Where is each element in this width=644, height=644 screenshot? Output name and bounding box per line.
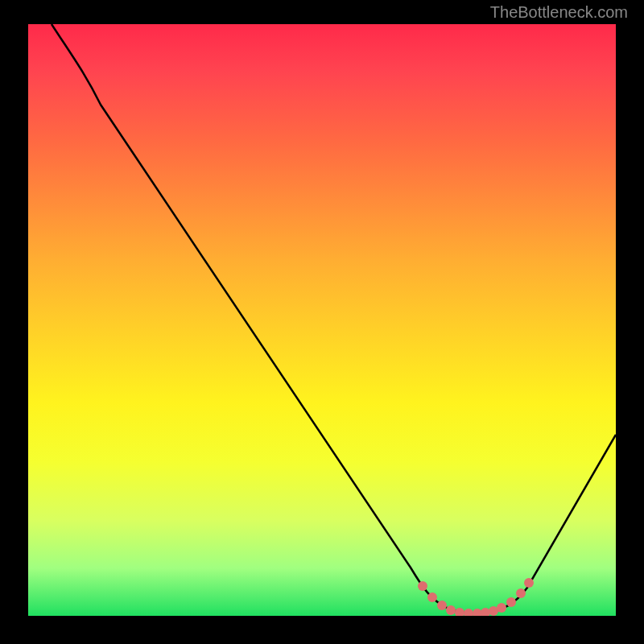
marker-group: [418, 578, 534, 616]
watermark-text: TheBottleneck.com: [490, 3, 628, 22]
marker-dot: [427, 592, 437, 602]
marker-dot: [524, 578, 534, 588]
marker-dot: [497, 603, 506, 613]
marker-dot: [437, 601, 447, 610]
marker-dot: [446, 605, 456, 615]
marker-dot: [516, 588, 526, 598]
chart-svg: [28, 24, 616, 616]
chart-plot-area: [28, 24, 616, 616]
curve-path: [52, 24, 616, 613]
marker-dot: [464, 609, 473, 616]
marker-dot: [455, 608, 464, 616]
marker-dot: [418, 581, 427, 591]
marker-dot: [506, 597, 516, 607]
